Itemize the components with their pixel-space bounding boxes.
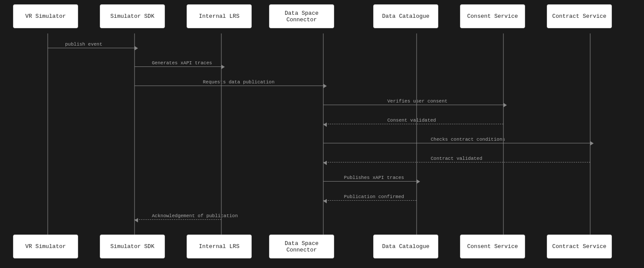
arrow-line-2 bbox=[135, 86, 323, 86]
actor-bottom-lrs: Internal LRS bbox=[187, 235, 252, 258]
message-label-5: Checks contract conditions bbox=[431, 137, 506, 142]
arrow-line-5 bbox=[323, 143, 590, 143]
message-label-8: Publication confirmed bbox=[344, 194, 404, 199]
actor-bottom-cont: Contract Service bbox=[547, 235, 612, 258]
message-label-9: Acknowledgement of publication bbox=[152, 213, 238, 218]
arrowhead-1 bbox=[221, 65, 225, 69]
actor-top-sdk: Simulator SDK bbox=[100, 4, 165, 28]
lifeline-dc bbox=[416, 33, 417, 235]
actor-bottom-vr: VR Simulator bbox=[13, 235, 78, 258]
actor-bottom-dc: Data Catalogue bbox=[373, 235, 438, 258]
arrow-line-3 bbox=[323, 105, 503, 105]
lifeline-vr bbox=[47, 33, 48, 235]
actor-bottom-cs: Consent Service bbox=[460, 235, 525, 258]
message-label-0: publish event bbox=[65, 42, 102, 47]
actor-top-cont: Contract Service bbox=[547, 4, 612, 28]
arrowhead-9 bbox=[135, 218, 138, 222]
sequence-diagram: VR SimulatorVR SimulatorSimulator SDKSim… bbox=[0, 0, 644, 268]
message-label-1: Generates xAPI traces bbox=[152, 60, 212, 66]
arrow-line-0 bbox=[48, 48, 135, 48]
actor-bottom-dsc: Data Space Connector bbox=[269, 235, 334, 258]
lifeline-cs bbox=[503, 33, 504, 235]
arrow-line-4 bbox=[323, 124, 503, 124]
actor-top-cs: Consent Service bbox=[460, 4, 525, 28]
actor-top-vr: VR Simulator bbox=[13, 4, 78, 28]
actor-bottom-sdk: Simulator SDK bbox=[100, 235, 165, 258]
actor-top-lrs: Internal LRS bbox=[187, 4, 252, 28]
arrowhead-8 bbox=[323, 199, 327, 203]
message-label-7: Publishes xAPI traces bbox=[344, 175, 404, 180]
arrowhead-7 bbox=[417, 179, 420, 184]
arrowhead-3 bbox=[503, 103, 507, 107]
arrowhead-2 bbox=[323, 84, 327, 88]
lifeline-sdk bbox=[134, 33, 135, 235]
arrowhead-5 bbox=[590, 141, 594, 146]
message-label-2: Requests data publication bbox=[203, 79, 275, 85]
message-label-3: Verifies user consent bbox=[388, 99, 448, 104]
arrowhead-6 bbox=[323, 161, 327, 165]
message-label-4: Consent validated bbox=[388, 118, 436, 123]
arrow-line-6 bbox=[323, 162, 590, 162]
lifeline-dsc bbox=[323, 33, 324, 235]
arrowhead-0 bbox=[135, 46, 138, 50]
arrow-line-9 bbox=[135, 219, 221, 220]
arrow-line-7 bbox=[323, 181, 417, 182]
arrow-line-1 bbox=[135, 66, 221, 67]
arrow-line-8 bbox=[323, 200, 417, 201]
actor-top-dsc: Data Space Connector bbox=[269, 4, 334, 28]
message-label-6: Contract validated bbox=[431, 156, 483, 161]
lifeline-cont bbox=[590, 33, 591, 235]
actor-top-dc: Data Catalogue bbox=[373, 4, 438, 28]
arrowhead-4 bbox=[323, 122, 327, 127]
lifeline-lrs bbox=[221, 33, 222, 235]
